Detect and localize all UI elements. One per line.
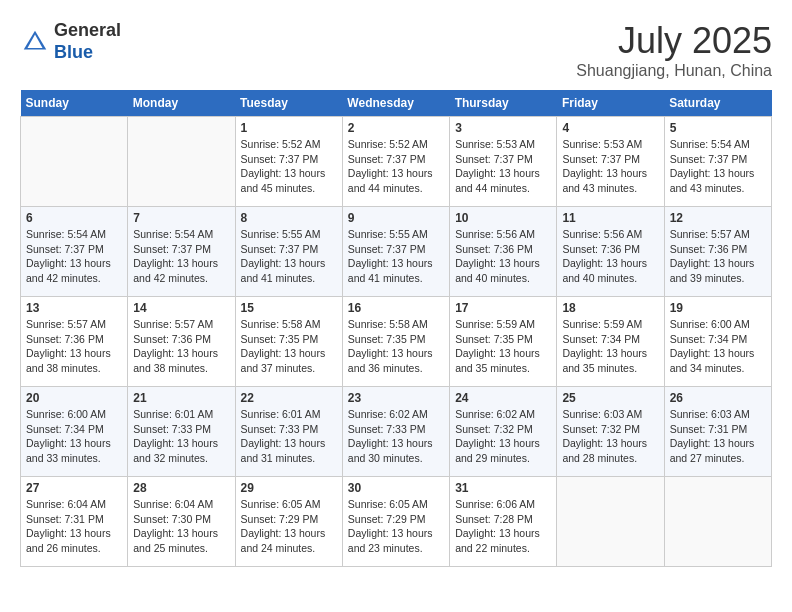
day-number: 4 bbox=[562, 121, 658, 135]
day-info: Sunrise: 5:57 AM Sunset: 7:36 PM Dayligh… bbox=[670, 227, 766, 286]
calendar-cell: 13Sunrise: 5:57 AM Sunset: 7:36 PM Dayli… bbox=[21, 297, 128, 387]
calendar-cell: 6Sunrise: 5:54 AM Sunset: 7:37 PM Daylig… bbox=[21, 207, 128, 297]
calendar-cell: 28Sunrise: 6:04 AM Sunset: 7:30 PM Dayli… bbox=[128, 477, 235, 567]
calendar-cell: 23Sunrise: 6:02 AM Sunset: 7:33 PM Dayli… bbox=[342, 387, 449, 477]
day-info: Sunrise: 5:53 AM Sunset: 7:37 PM Dayligh… bbox=[562, 137, 658, 196]
weekday-header-row: SundayMondayTuesdayWednesdayThursdayFrid… bbox=[21, 90, 772, 117]
day-info: Sunrise: 6:02 AM Sunset: 7:32 PM Dayligh… bbox=[455, 407, 551, 466]
day-info: Sunrise: 5:54 AM Sunset: 7:37 PM Dayligh… bbox=[133, 227, 229, 286]
day-number: 28 bbox=[133, 481, 229, 495]
day-info: Sunrise: 5:54 AM Sunset: 7:37 PM Dayligh… bbox=[26, 227, 122, 286]
calendar-cell: 14Sunrise: 5:57 AM Sunset: 7:36 PM Dayli… bbox=[128, 297, 235, 387]
logo: General Blue bbox=[20, 20, 121, 63]
day-number: 11 bbox=[562, 211, 658, 225]
day-info: Sunrise: 5:52 AM Sunset: 7:37 PM Dayligh… bbox=[241, 137, 337, 196]
day-info: Sunrise: 6:01 AM Sunset: 7:33 PM Dayligh… bbox=[133, 407, 229, 466]
day-number: 30 bbox=[348, 481, 444, 495]
day-number: 21 bbox=[133, 391, 229, 405]
week-row: 27Sunrise: 6:04 AM Sunset: 7:31 PM Dayli… bbox=[21, 477, 772, 567]
logo-icon bbox=[20, 27, 50, 57]
calendar-cell: 22Sunrise: 6:01 AM Sunset: 7:33 PM Dayli… bbox=[235, 387, 342, 477]
day-number: 18 bbox=[562, 301, 658, 315]
calendar-cell: 26Sunrise: 6:03 AM Sunset: 7:31 PM Dayli… bbox=[664, 387, 771, 477]
day-number: 1 bbox=[241, 121, 337, 135]
day-number: 29 bbox=[241, 481, 337, 495]
week-row: 6Sunrise: 5:54 AM Sunset: 7:37 PM Daylig… bbox=[21, 207, 772, 297]
day-number: 22 bbox=[241, 391, 337, 405]
calendar-cell: 20Sunrise: 6:00 AM Sunset: 7:34 PM Dayli… bbox=[21, 387, 128, 477]
day-info: Sunrise: 6:02 AM Sunset: 7:33 PM Dayligh… bbox=[348, 407, 444, 466]
calendar-cell: 3Sunrise: 5:53 AM Sunset: 7:37 PM Daylig… bbox=[450, 117, 557, 207]
day-info: Sunrise: 5:55 AM Sunset: 7:37 PM Dayligh… bbox=[348, 227, 444, 286]
day-info: Sunrise: 5:53 AM Sunset: 7:37 PM Dayligh… bbox=[455, 137, 551, 196]
calendar-cell bbox=[21, 117, 128, 207]
day-info: Sunrise: 6:05 AM Sunset: 7:29 PM Dayligh… bbox=[241, 497, 337, 556]
day-number: 19 bbox=[670, 301, 766, 315]
day-number: 20 bbox=[26, 391, 122, 405]
weekday-header: Friday bbox=[557, 90, 664, 117]
day-number: 26 bbox=[670, 391, 766, 405]
day-number: 17 bbox=[455, 301, 551, 315]
weekday-header: Tuesday bbox=[235, 90, 342, 117]
calendar-cell bbox=[557, 477, 664, 567]
calendar-cell bbox=[664, 477, 771, 567]
day-info: Sunrise: 6:04 AM Sunset: 7:31 PM Dayligh… bbox=[26, 497, 122, 556]
calendar-cell: 7Sunrise: 5:54 AM Sunset: 7:37 PM Daylig… bbox=[128, 207, 235, 297]
week-row: 1Sunrise: 5:52 AM Sunset: 7:37 PM Daylig… bbox=[21, 117, 772, 207]
calendar-cell: 21Sunrise: 6:01 AM Sunset: 7:33 PM Dayli… bbox=[128, 387, 235, 477]
weekday-header: Monday bbox=[128, 90, 235, 117]
day-number: 31 bbox=[455, 481, 551, 495]
day-info: Sunrise: 5:52 AM Sunset: 7:37 PM Dayligh… bbox=[348, 137, 444, 196]
calendar-cell: 31Sunrise: 6:06 AM Sunset: 7:28 PM Dayli… bbox=[450, 477, 557, 567]
calendar-cell: 12Sunrise: 5:57 AM Sunset: 7:36 PM Dayli… bbox=[664, 207, 771, 297]
day-info: Sunrise: 5:58 AM Sunset: 7:35 PM Dayligh… bbox=[241, 317, 337, 376]
weekday-header: Wednesday bbox=[342, 90, 449, 117]
calendar-cell: 16Sunrise: 5:58 AM Sunset: 7:35 PM Dayli… bbox=[342, 297, 449, 387]
weekday-header: Saturday bbox=[664, 90, 771, 117]
calendar-cell: 2Sunrise: 5:52 AM Sunset: 7:37 PM Daylig… bbox=[342, 117, 449, 207]
day-number: 27 bbox=[26, 481, 122, 495]
day-info: Sunrise: 6:00 AM Sunset: 7:34 PM Dayligh… bbox=[670, 317, 766, 376]
calendar-cell: 9Sunrise: 5:55 AM Sunset: 7:37 PM Daylig… bbox=[342, 207, 449, 297]
day-info: Sunrise: 5:57 AM Sunset: 7:36 PM Dayligh… bbox=[26, 317, 122, 376]
calendar-cell: 29Sunrise: 6:05 AM Sunset: 7:29 PM Dayli… bbox=[235, 477, 342, 567]
day-number: 23 bbox=[348, 391, 444, 405]
day-info: Sunrise: 6:00 AM Sunset: 7:34 PM Dayligh… bbox=[26, 407, 122, 466]
calendar-cell: 17Sunrise: 5:59 AM Sunset: 7:35 PM Dayli… bbox=[450, 297, 557, 387]
day-info: Sunrise: 5:58 AM Sunset: 7:35 PM Dayligh… bbox=[348, 317, 444, 376]
day-info: Sunrise: 6:01 AM Sunset: 7:33 PM Dayligh… bbox=[241, 407, 337, 466]
calendar-cell: 27Sunrise: 6:04 AM Sunset: 7:31 PM Dayli… bbox=[21, 477, 128, 567]
location: Shuangjiang, Hunan, China bbox=[576, 62, 772, 80]
day-number: 10 bbox=[455, 211, 551, 225]
day-number: 14 bbox=[133, 301, 229, 315]
day-info: Sunrise: 5:59 AM Sunset: 7:35 PM Dayligh… bbox=[455, 317, 551, 376]
calendar-cell: 19Sunrise: 6:00 AM Sunset: 7:34 PM Dayli… bbox=[664, 297, 771, 387]
calendar: SundayMondayTuesdayWednesdayThursdayFrid… bbox=[20, 90, 772, 567]
week-row: 20Sunrise: 6:00 AM Sunset: 7:34 PM Dayli… bbox=[21, 387, 772, 477]
day-info: Sunrise: 5:54 AM Sunset: 7:37 PM Dayligh… bbox=[670, 137, 766, 196]
logo-text: General Blue bbox=[54, 20, 121, 63]
day-info: Sunrise: 5:57 AM Sunset: 7:36 PM Dayligh… bbox=[133, 317, 229, 376]
day-number: 6 bbox=[26, 211, 122, 225]
day-number: 8 bbox=[241, 211, 337, 225]
day-info: Sunrise: 5:59 AM Sunset: 7:34 PM Dayligh… bbox=[562, 317, 658, 376]
day-info: Sunrise: 5:56 AM Sunset: 7:36 PM Dayligh… bbox=[562, 227, 658, 286]
day-number: 2 bbox=[348, 121, 444, 135]
calendar-cell: 11Sunrise: 5:56 AM Sunset: 7:36 PM Dayli… bbox=[557, 207, 664, 297]
week-row: 13Sunrise: 5:57 AM Sunset: 7:36 PM Dayli… bbox=[21, 297, 772, 387]
weekday-header: Sunday bbox=[21, 90, 128, 117]
day-number: 7 bbox=[133, 211, 229, 225]
day-number: 5 bbox=[670, 121, 766, 135]
title-block: July 2025 Shuangjiang, Hunan, China bbox=[576, 20, 772, 80]
calendar-cell: 5Sunrise: 5:54 AM Sunset: 7:37 PM Daylig… bbox=[664, 117, 771, 207]
calendar-cell: 15Sunrise: 5:58 AM Sunset: 7:35 PM Dayli… bbox=[235, 297, 342, 387]
day-info: Sunrise: 6:04 AM Sunset: 7:30 PM Dayligh… bbox=[133, 497, 229, 556]
calendar-cell: 18Sunrise: 5:59 AM Sunset: 7:34 PM Dayli… bbox=[557, 297, 664, 387]
calendar-cell: 8Sunrise: 5:55 AM Sunset: 7:37 PM Daylig… bbox=[235, 207, 342, 297]
day-info: Sunrise: 6:03 AM Sunset: 7:32 PM Dayligh… bbox=[562, 407, 658, 466]
day-number: 15 bbox=[241, 301, 337, 315]
calendar-cell: 10Sunrise: 5:56 AM Sunset: 7:36 PM Dayli… bbox=[450, 207, 557, 297]
day-info: Sunrise: 5:55 AM Sunset: 7:37 PM Dayligh… bbox=[241, 227, 337, 286]
day-number: 12 bbox=[670, 211, 766, 225]
calendar-cell: 1Sunrise: 5:52 AM Sunset: 7:37 PM Daylig… bbox=[235, 117, 342, 207]
